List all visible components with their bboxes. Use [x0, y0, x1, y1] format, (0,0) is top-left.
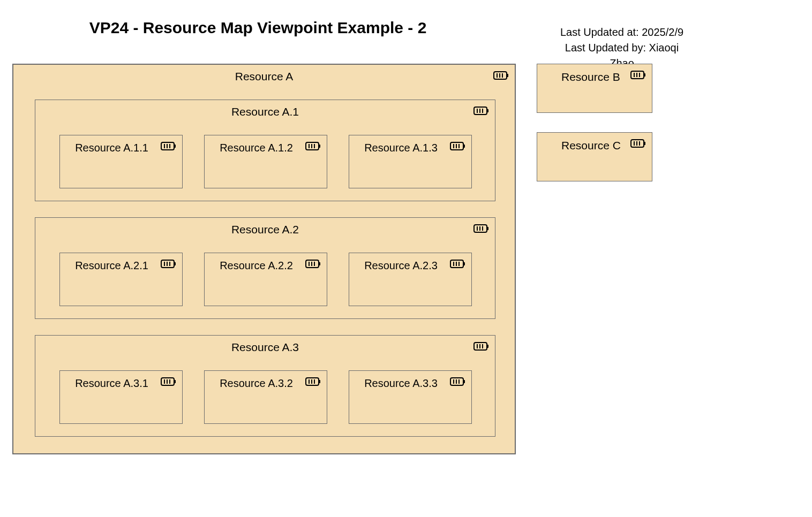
- resource-a21-box: Resource A.2.1: [59, 253, 183, 306]
- resource-c-box: Resource C: [537, 132, 652, 181]
- resource-a23-box: Resource A.2.3: [349, 253, 472, 306]
- resource-a12-box: Resource A.1.2: [204, 135, 327, 188]
- last-updated-at: Last Updated at: 2025/2/9: [552, 25, 691, 40]
- battery-icon: [305, 376, 321, 389]
- svg-rect-26: [487, 227, 488, 230]
- svg-rect-51: [174, 380, 176, 383]
- resource-a13-box: Resource A.1.3: [349, 135, 472, 188]
- svg-rect-46: [487, 345, 488, 348]
- resource-a31-box: Resource A.3.1: [59, 370, 183, 424]
- resource-a2-label: Resource A.2: [35, 218, 495, 236]
- battery-icon: [161, 141, 177, 154]
- svg-rect-61: [463, 380, 465, 383]
- resource-a-label: Resource A: [13, 65, 515, 83]
- resource-a3-label: Resource A.3: [35, 336, 495, 354]
- resource-a1-box: Resource A.1 Resource A.1.1 Resource A.1…: [35, 100, 495, 201]
- svg-rect-11: [174, 145, 176, 148]
- resource-b-box: Resource B: [537, 64, 652, 113]
- resource-a11-box: Resource A.1.1: [59, 135, 183, 188]
- diagram-canvas: VP24 - Resource Map Viewpoint Example - …: [0, 0, 812, 517]
- svg-rect-6: [487, 109, 488, 112]
- battery-icon: [473, 341, 490, 354]
- resource-a32-box: Resource A.3.2: [204, 370, 327, 424]
- svg-rect-31: [174, 262, 176, 265]
- resource-a33-box: Resource A.3.3: [349, 370, 472, 424]
- svg-rect-21: [463, 145, 465, 148]
- battery-icon: [630, 138, 646, 151]
- resource-a3-box: Resource A.3 Resource A.3.1 Resource A.3…: [35, 335, 495, 437]
- battery-icon: [630, 70, 646, 82]
- resource-a-box: Resource A Resource A.1 Resource A.1.1 R…: [12, 64, 516, 454]
- svg-rect-16: [319, 145, 320, 148]
- resource-a1-label: Resource A.1: [35, 100, 495, 118]
- battery-icon: [473, 223, 490, 236]
- battery-icon: [450, 258, 466, 271]
- battery-icon: [473, 105, 490, 118]
- svg-rect-66: [644, 73, 645, 77]
- battery-icon: [305, 258, 321, 271]
- diagram-title: VP24 - Resource Map Viewpoint Example - …: [0, 19, 516, 37]
- svg-rect-36: [319, 262, 320, 265]
- resource-a2-box: Resource A.2 Resource A.2.1 Resource A.2…: [35, 217, 495, 319]
- svg-rect-71: [644, 142, 645, 145]
- svg-rect-1: [507, 74, 508, 77]
- svg-rect-41: [463, 262, 465, 265]
- battery-icon: [450, 141, 466, 154]
- battery-icon: [493, 70, 509, 83]
- resource-a22-box: Resource A.2.2: [204, 253, 327, 306]
- battery-icon: [450, 376, 466, 389]
- battery-icon: [161, 258, 177, 271]
- battery-icon: [161, 376, 177, 389]
- battery-icon: [305, 141, 321, 154]
- svg-rect-56: [319, 380, 320, 383]
